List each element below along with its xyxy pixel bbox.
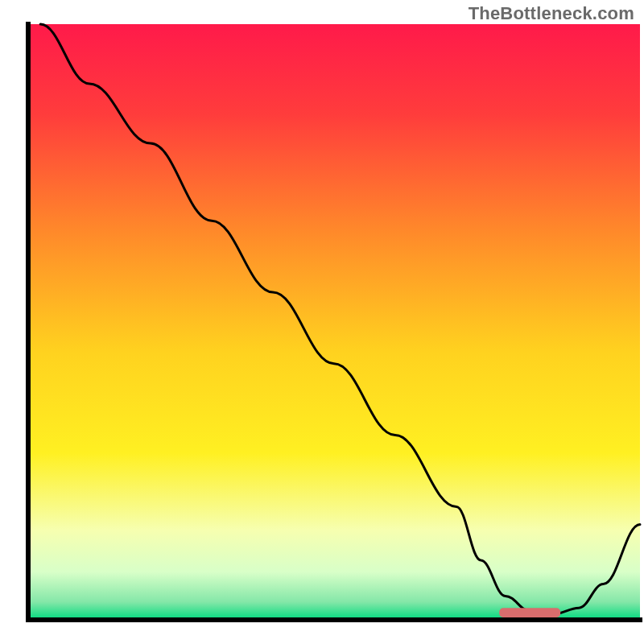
optimal-marker-bar	[499, 608, 560, 617]
bottleneck-chart	[0, 0, 644, 644]
page-container: TheBottleneck.com	[0, 0, 644, 644]
watermark-text: TheBottleneck.com	[469, 3, 634, 24]
